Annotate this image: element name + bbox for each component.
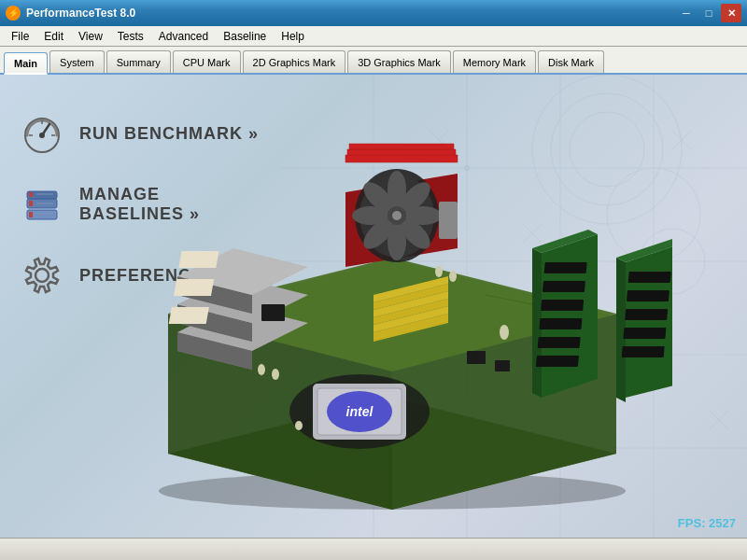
- svg-point-115: [272, 369, 279, 380]
- svg-marker-93: [542, 234, 598, 398]
- fps-counter: FPS: 2527: [678, 516, 736, 530]
- tab-cpu-mark[interactable]: CPU Mark: [173, 50, 241, 73]
- svg-rect-84: [439, 202, 458, 239]
- svg-marker-102: [626, 244, 672, 398]
- svg-rect-66: [174, 279, 214, 296]
- svg-point-119: [295, 421, 303, 430]
- menu-tests[interactable]: Tests: [110, 26, 151, 46]
- svg-point-116: [435, 266, 443, 277]
- app-icon: ⚡: [6, 6, 21, 21]
- svg-rect-96: [541, 300, 584, 311]
- menu-bar: File Edit View Tests Advanced Baseline H…: [0, 26, 747, 47]
- window-controls: ─ □ ✕: [676, 4, 741, 22]
- tab-main[interactable]: Main: [4, 52, 48, 75]
- svg-point-117: [449, 271, 457, 282]
- svg-rect-81: [345, 155, 458, 162]
- menu-file[interactable]: File: [4, 26, 36, 46]
- svg-rect-99: [536, 356, 579, 367]
- svg-point-80: [392, 211, 402, 220]
- app-title: PerformanceTest 8.0: [26, 7, 676, 20]
- tab-disk-mark[interactable]: Disk Mark: [538, 50, 604, 73]
- svg-point-45: [35, 269, 49, 282]
- main-content: RUN BENCHMARK » MANAGE BA: [0, 75, 747, 538]
- svg-rect-37: [29, 212, 33, 217]
- svg-rect-67: [169, 307, 209, 324]
- svg-rect-39: [29, 201, 33, 206]
- menu-help[interactable]: Help: [274, 26, 312, 46]
- svg-rect-97: [539, 318, 582, 329]
- tab-3d-graphics-mark[interactable]: 3D Graphics Mark: [347, 50, 451, 73]
- svg-text:intel: intel: [346, 404, 374, 419]
- tab-bar: Main System Summary CPU Mark 2D Graphics…: [0, 47, 747, 75]
- menu-advanced[interactable]: Advanced: [151, 26, 216, 46]
- svg-rect-94: [544, 262, 587, 273]
- svg-rect-95: [543, 281, 585, 292]
- binders-icon: [19, 181, 65, 228]
- tab-system[interactable]: System: [49, 50, 105, 73]
- title-bar: ⚡ PerformanceTest 8.0 ─ □ ✕: [0, 0, 747, 26]
- tab-2d-graphics-mark[interactable]: 2D Graphics Mark: [243, 50, 346, 73]
- svg-rect-83: [349, 144, 454, 149]
- svg-rect-105: [625, 309, 668, 320]
- svg-rect-120: [467, 351, 486, 364]
- menu-view[interactable]: View: [71, 26, 110, 46]
- menu-baseline[interactable]: Baseline: [216, 26, 274, 46]
- status-bar: [0, 538, 747, 560]
- maximize-button[interactable]: □: [698, 4, 719, 22]
- svg-rect-104: [627, 290, 669, 301]
- svg-rect-98: [538, 337, 581, 348]
- minimize-button[interactable]: ─: [676, 4, 697, 22]
- svg-rect-107: [622, 346, 665, 357]
- speedometer-icon: [19, 110, 65, 157]
- tab-memory-mark[interactable]: Memory Mark: [453, 50, 536, 73]
- svg-point-118: [500, 325, 509, 340]
- svg-rect-121: [495, 360, 510, 371]
- svg-point-32: [39, 133, 45, 138]
- svg-rect-41: [29, 192, 33, 197]
- svg-rect-103: [628, 272, 671, 283]
- svg-point-114: [258, 364, 265, 375]
- svg-rect-122: [261, 304, 285, 321]
- svg-rect-82: [347, 149, 456, 155]
- gear-icon: [19, 252, 65, 299]
- svg-rect-106: [623, 328, 666, 339]
- svg-rect-65: [178, 251, 218, 268]
- menu-edit[interactable]: Edit: [36, 26, 71, 46]
- tab-summary[interactable]: Summary: [106, 50, 171, 73]
- motherboard-scene: intel: [112, 99, 672, 528]
- close-button[interactable]: ✕: [721, 4, 741, 22]
